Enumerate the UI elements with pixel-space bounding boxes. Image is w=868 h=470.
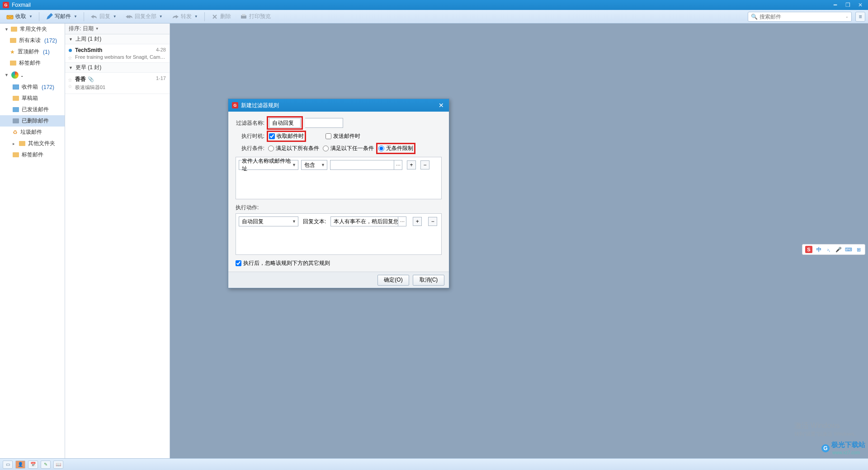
sidebar-count: (1) [43, 49, 50, 55]
ime-lang[interactable]: 中 [815, 246, 822, 253]
ellipsis-button[interactable]: ⋯ [398, 217, 406, 226]
mail-group-header[interactable]: ▼ 更早 (1 封) [65, 63, 170, 73]
skip-rest-check[interactable] [236, 260, 241, 266]
sidebar-account[interactable]: ▼ . [0, 69, 65, 81]
remove-condition-button[interactable]: − [420, 160, 429, 169]
grid-icon[interactable]: ⊞ [855, 246, 862, 253]
cond-field-select[interactable]: 发件人名称或邮件地址 ▼ [239, 160, 298, 170]
cond-all-input[interactable] [268, 146, 274, 151]
on-send-label: 发送邮件时 [333, 132, 360, 140]
list-menu-button[interactable]: ≡ [855, 12, 865, 22]
maximize-button[interactable]: ❐ [843, 1, 853, 9]
reply-button[interactable]: 回复 ▼ [87, 11, 120, 22]
sidebar-inbox[interactable]: 收件箱 (172) [0, 81, 65, 93]
reply-label: 回复 [99, 13, 110, 20]
toolbar: 收取 ▼ 写邮件 ▼ 回复 ▼ 回复全部 ▼ 转发 ▼ 删除 打印预览 🔍 ⌄ … [0, 10, 868, 24]
mail-group-header[interactable]: ▼ 上周 (1 封) [65, 34, 170, 44]
star-icon: ★ [10, 49, 15, 55]
add-condition-button[interactable]: + [407, 160, 416, 169]
cond-any-radio[interactable]: 满足以下任一条件 [323, 145, 374, 152]
chevron-down-icon: ▼ [194, 14, 198, 19]
reply-text-input[interactable]: 本人有事不在，稍后回复您 ⋯ [330, 216, 406, 226]
mic-icon[interactable]: 🎤 [835, 246, 842, 253]
star-icon[interactable]: ☆ [68, 77, 72, 83]
sidebar-tagged[interactable]: 标签邮件 [0, 57, 65, 69]
skip-rest-checkbox[interactable]: 执行后，忽略该规则下方的其它规则 [236, 259, 442, 267]
chevron-down-icon[interactable]: ⌄ [845, 14, 849, 19]
separator [84, 12, 84, 21]
chevron-down-icon: ▼ [69, 37, 73, 42]
minimize-button[interactable]: ━ [830, 1, 840, 9]
search-icon: 🔍 [751, 14, 758, 20]
delete-button[interactable]: 删除 [208, 11, 235, 22]
sidebar-label: 所有未读 [19, 37, 41, 44]
cond-any-input[interactable] [323, 146, 329, 151]
add-action-button[interactable]: + [413, 217, 422, 226]
status-btn-4[interactable]: ✎ [41, 461, 51, 469]
star-icon[interactable]: ☆ [68, 55, 72, 61]
ime-punct[interactable]: ›, [825, 246, 832, 253]
filter-name-input[interactable] [269, 118, 301, 128]
sidebar-common-folder[interactable]: ▼ 常用文件夹 [0, 24, 65, 35]
sidebar-sent[interactable]: 已发送邮件 [0, 104, 65, 115]
ime-toolbar[interactable]: S 中 ›, 🎤 ⌨ ⊞ [802, 244, 865, 255]
keyboard-icon[interactable]: ⌨ [845, 246, 852, 253]
sidebar-label: 已发送邮件 [22, 106, 49, 113]
dialog-footer: 确定(O) 取消(C) [228, 272, 449, 288]
sidebar-deleted[interactable]: 已删除邮件 [0, 115, 65, 127]
chevron-down-icon: ▼ [5, 27, 8, 32]
sidebar-junk[interactable]: ♻ 垃圾邮件 [0, 127, 65, 138]
on-send-checkbox[interactable]: 发送邮件时 [326, 132, 360, 140]
reply-all-button[interactable]: 回复全部 ▼ [122, 11, 166, 22]
on-receive-checkbox[interactable]: 收取邮件时 [269, 132, 304, 140]
receive-button[interactable]: 收取 ▼ [3, 11, 36, 22]
ellipsis-button[interactable]: ⋯ [394, 160, 402, 169]
sidebar-all-unread[interactable]: 所有未读 (172) [0, 35, 65, 46]
titlebar: G Foxmail ━ ❐ ✕ [0, 0, 868, 10]
app-title: Foxmail [12, 2, 830, 8]
cancel-button[interactable]: 取消(C) [413, 275, 444, 286]
sort-header[interactable]: 排序: 日期 ▼ [65, 24, 170, 34]
compose-button[interactable]: 写邮件 ▼ [42, 11, 81, 22]
print-preview-button[interactable]: 打印预览 [236, 11, 274, 22]
ok-button[interactable]: 确定(O) [377, 275, 409, 286]
action-type-select[interactable]: 自动回复 ▼ [239, 216, 298, 226]
forward-label: 转发 [181, 13, 192, 20]
search-input[interactable] [760, 14, 844, 20]
star-icon[interactable]: ☆ [68, 84, 72, 89]
cond-op-select[interactable]: 包含 ▼ [301, 160, 327, 170]
on-send-check[interactable] [326, 133, 331, 139]
status-btn-1[interactable]: ▭ [3, 461, 13, 469]
sidebar-pinned[interactable]: ★ 置顶邮件 (1) [0, 46, 65, 57]
status-btn-5[interactable]: 📖 [53, 461, 63, 469]
inbox-icon [6, 13, 14, 20]
cond-all-radio[interactable]: 满足以下所有条件 [268, 145, 319, 152]
svg-rect-4 [10, 38, 16, 43]
cond-value-input[interactable]: ⋯ [330, 160, 402, 170]
cond-field-value: 发件人名称或邮件地址 [242, 157, 292, 173]
cond-none-radio[interactable]: 无条件限制 [378, 145, 413, 152]
mail-item[interactable]: ☆ TechSmith 4-28 Free training webinars … [65, 44, 170, 63]
mail-date: 4-28 [156, 47, 166, 53]
mail-subject: Free training webinars for Snagit, Camta… [75, 54, 166, 60]
on-receive-check[interactable] [269, 133, 275, 139]
print-preview-label: 打印预览 [249, 13, 271, 20]
printer-icon [240, 13, 247, 20]
dialog-close-button[interactable]: ✕ [437, 101, 445, 109]
sidebar-tags[interactable]: 标签邮件 [0, 149, 65, 160]
close-button[interactable]: ✕ [855, 1, 865, 9]
forward-button[interactable]: 转发 ▼ [168, 11, 202, 22]
svg-rect-3 [11, 27, 17, 32]
sidebar-drafts[interactable]: 草稿箱 [0, 93, 65, 104]
cond-op-value: 包含 [304, 161, 315, 169]
status-btn-3[interactable]: 📅 [28, 461, 38, 469]
delete-icon [211, 13, 218, 20]
chevron-down-icon: ▼ [159, 14, 163, 19]
mail-item[interactable]: ☆ ☆ 香香📎 1-17 极速编辑器01 [65, 73, 170, 94]
filter-name-label: 过滤器名称: [236, 119, 264, 127]
search-box[interactable]: 🔍 ⌄ [748, 12, 852, 22]
sidebar-other[interactable]: ▸ 其他文件夹 [0, 138, 65, 149]
cond-none-input[interactable] [378, 146, 384, 151]
remove-action-button[interactable]: − [428, 217, 437, 226]
status-btn-2[interactable]: 👤 [15, 461, 25, 469]
